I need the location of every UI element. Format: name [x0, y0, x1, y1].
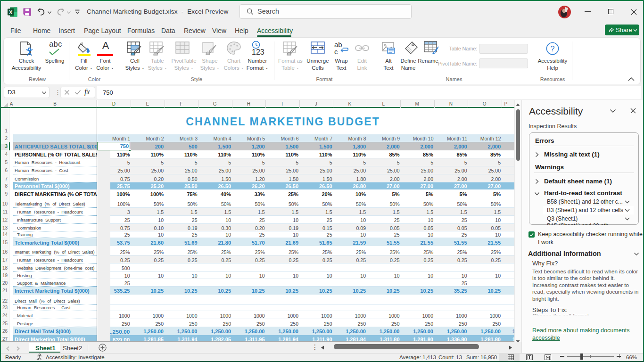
svg-text:c: c	[334, 48, 338, 56]
svg-text:X: X	[9, 9, 13, 15]
svg-text:?: ?	[551, 45, 555, 53]
svg-text:123: 123	[252, 48, 264, 56]
